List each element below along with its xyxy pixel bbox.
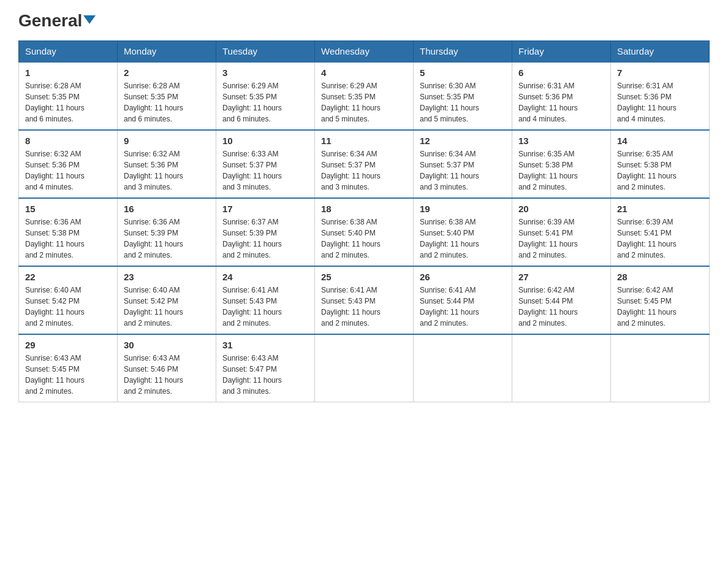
- day-number: 12: [420, 136, 506, 146]
- day-info: Sunrise: 6:32 AMSunset: 5:36 PMDaylight:…: [124, 150, 183, 191]
- calendar-day-cell: 13 Sunrise: 6:35 AMSunset: 5:38 PMDaylig…: [512, 130, 611, 198]
- day-number: 28: [617, 272, 703, 282]
- calendar-day-cell: [414, 334, 512, 402]
- day-info: Sunrise: 6:43 AMSunset: 5:45 PMDaylight:…: [25, 354, 85, 396]
- day-number: 19: [420, 204, 506, 214]
- calendar-day-cell: 16 Sunrise: 6:36 AMSunset: 5:39 PMDaylig…: [118, 198, 216, 266]
- day-number: 15: [25, 204, 111, 214]
- calendar-week-row: 1 Sunrise: 6:28 AMSunset: 5:35 PMDayligh…: [19, 62, 710, 130]
- calendar-day-cell: [611, 334, 710, 402]
- day-number: 4: [321, 67, 407, 78]
- day-info: Sunrise: 6:37 AMSunset: 5:39 PMDaylight:…: [222, 218, 282, 259]
- day-info: Sunrise: 6:40 AMSunset: 5:42 PMDaylight:…: [124, 286, 183, 327]
- day-info: Sunrise: 6:35 AMSunset: 5:38 PMDaylight:…: [617, 150, 677, 191]
- calendar-day-cell: 21 Sunrise: 6:39 AMSunset: 5:41 PMDaylig…: [611, 198, 710, 266]
- day-number: 24: [222, 272, 308, 282]
- calendar-day-cell: 8 Sunrise: 6:32 AMSunset: 5:36 PMDayligh…: [19, 130, 118, 198]
- calendar-day-cell: 10 Sunrise: 6:33 AMSunset: 5:37 PMDaylig…: [216, 130, 315, 198]
- day-number: 26: [420, 272, 506, 282]
- day-number: 16: [124, 204, 210, 214]
- day-info: Sunrise: 6:34 AMSunset: 5:37 PMDaylight:…: [321, 150, 381, 191]
- day-info: Sunrise: 6:43 AMSunset: 5:46 PMDaylight:…: [124, 354, 183, 396]
- day-info: Sunrise: 6:36 AMSunset: 5:38 PMDaylight:…: [25, 218, 85, 259]
- day-number: 18: [321, 204, 407, 214]
- day-number: 2: [124, 67, 210, 78]
- day-info: Sunrise: 6:30 AMSunset: 5:35 PMDaylight:…: [420, 82, 479, 123]
- day-number: 29: [25, 340, 111, 350]
- day-info: Sunrise: 6:35 AMSunset: 5:38 PMDaylight:…: [518, 150, 578, 191]
- calendar-day-cell: [512, 334, 611, 402]
- day-number: 1: [25, 67, 111, 78]
- day-info: Sunrise: 6:42 AMSunset: 5:45 PMDaylight:…: [617, 286, 677, 327]
- calendar-day-cell: 24 Sunrise: 6:41 AMSunset: 5:43 PMDaylig…: [216, 266, 315, 334]
- calendar-day-cell: 27 Sunrise: 6:42 AMSunset: 5:44 PMDaylig…: [512, 266, 611, 334]
- day-number: 22: [25, 272, 111, 282]
- calendar-day-cell: 31 Sunrise: 6:43 AMSunset: 5:47 PMDaylig…: [216, 334, 315, 402]
- day-of-week-header: Tuesday: [216, 41, 315, 63]
- calendar-day-cell: 7 Sunrise: 6:31 AMSunset: 5:36 PMDayligh…: [611, 62, 710, 130]
- day-info: Sunrise: 6:32 AMSunset: 5:36 PMDaylight:…: [25, 150, 85, 191]
- calendar-day-cell: 26 Sunrise: 6:41 AMSunset: 5:44 PMDaylig…: [414, 266, 512, 334]
- day-number: 6: [518, 67, 604, 78]
- day-of-week-header: Wednesday: [315, 41, 414, 63]
- day-number: 13: [518, 136, 604, 146]
- page-header: General: [18, 12, 710, 31]
- day-info: Sunrise: 6:28 AMSunset: 5:35 PMDaylight:…: [25, 82, 85, 123]
- day-info: Sunrise: 6:39 AMSunset: 5:41 PMDaylight:…: [518, 218, 578, 259]
- calendar-week-row: 15 Sunrise: 6:36 AMSunset: 5:38 PMDaylig…: [19, 198, 710, 266]
- day-of-week-header: Friday: [512, 41, 611, 63]
- calendar-day-cell: 29 Sunrise: 6:43 AMSunset: 5:45 PMDaylig…: [19, 334, 118, 402]
- calendar-day-cell: 2 Sunrise: 6:28 AMSunset: 5:35 PMDayligh…: [118, 62, 216, 130]
- calendar-header-row: SundayMondayTuesdayWednesdayThursdayFrid…: [19, 41, 710, 63]
- day-number: 10: [222, 136, 308, 146]
- day-number: 8: [25, 136, 111, 146]
- calendar-day-cell: 18 Sunrise: 6:38 AMSunset: 5:40 PMDaylig…: [315, 198, 414, 266]
- calendar-day-cell: 14 Sunrise: 6:35 AMSunset: 5:38 PMDaylig…: [611, 130, 710, 198]
- day-number: 5: [420, 67, 506, 78]
- calendar-day-cell: 28 Sunrise: 6:42 AMSunset: 5:45 PMDaylig…: [611, 266, 710, 334]
- day-info: Sunrise: 6:31 AMSunset: 5:36 PMDaylight:…: [518, 82, 578, 123]
- day-number: 20: [518, 204, 604, 214]
- day-info: Sunrise: 6:34 AMSunset: 5:37 PMDaylight:…: [420, 150, 479, 191]
- day-number: 23: [124, 272, 210, 282]
- day-number: 11: [321, 136, 407, 146]
- calendar-day-cell: 30 Sunrise: 6:43 AMSunset: 5:46 PMDaylig…: [118, 334, 216, 402]
- calendar-day-cell: 11 Sunrise: 6:34 AMSunset: 5:37 PMDaylig…: [315, 130, 414, 198]
- calendar-day-cell: 4 Sunrise: 6:29 AMSunset: 5:35 PMDayligh…: [315, 62, 414, 130]
- day-number: 3: [222, 67, 308, 78]
- day-info: Sunrise: 6:41 AMSunset: 5:43 PMDaylight:…: [321, 286, 381, 327]
- day-info: Sunrise: 6:39 AMSunset: 5:41 PMDaylight:…: [617, 218, 677, 259]
- calendar-day-cell: 5 Sunrise: 6:30 AMSunset: 5:35 PMDayligh…: [414, 62, 512, 130]
- calendar-day-cell: 23 Sunrise: 6:40 AMSunset: 5:42 PMDaylig…: [118, 266, 216, 334]
- calendar-week-row: 8 Sunrise: 6:32 AMSunset: 5:36 PMDayligh…: [19, 130, 710, 198]
- day-info: Sunrise: 6:40 AMSunset: 5:42 PMDaylight:…: [25, 286, 85, 327]
- day-number: 9: [124, 136, 210, 146]
- calendar-day-cell: 12 Sunrise: 6:34 AMSunset: 5:37 PMDaylig…: [414, 130, 512, 198]
- day-info: Sunrise: 6:31 AMSunset: 5:36 PMDaylight:…: [617, 82, 677, 123]
- calendar-day-cell: 6 Sunrise: 6:31 AMSunset: 5:36 PMDayligh…: [512, 62, 611, 130]
- day-info: Sunrise: 6:28 AMSunset: 5:35 PMDaylight:…: [124, 82, 183, 123]
- day-info: Sunrise: 6:29 AMSunset: 5:35 PMDaylight:…: [321, 82, 381, 123]
- day-info: Sunrise: 6:38 AMSunset: 5:40 PMDaylight:…: [420, 218, 479, 259]
- calendar-table: SundayMondayTuesdayWednesdayThursdayFrid…: [18, 40, 710, 402]
- day-info: Sunrise: 6:41 AMSunset: 5:43 PMDaylight:…: [222, 286, 282, 327]
- calendar-day-cell: [315, 334, 414, 402]
- calendar-day-cell: 20 Sunrise: 6:39 AMSunset: 5:41 PMDaylig…: [512, 198, 611, 266]
- day-info: Sunrise: 6:36 AMSunset: 5:39 PMDaylight:…: [124, 218, 183, 259]
- calendar-week-row: 22 Sunrise: 6:40 AMSunset: 5:42 PMDaylig…: [19, 266, 710, 334]
- day-number: 17: [222, 204, 308, 214]
- day-info: Sunrise: 6:41 AMSunset: 5:44 PMDaylight:…: [420, 286, 479, 327]
- logo-triangle-icon: [83, 15, 96, 24]
- day-number: 30: [124, 340, 210, 350]
- day-number: 21: [617, 204, 703, 214]
- day-number: 31: [222, 340, 308, 350]
- logo: General: [18, 12, 96, 31]
- day-info: Sunrise: 6:38 AMSunset: 5:40 PMDaylight:…: [321, 218, 381, 259]
- day-of-week-header: Saturday: [611, 41, 710, 63]
- day-number: 7: [617, 67, 703, 78]
- logo-text: General: [18, 12, 96, 29]
- calendar-day-cell: 3 Sunrise: 6:29 AMSunset: 5:35 PMDayligh…: [216, 62, 315, 130]
- calendar-day-cell: 9 Sunrise: 6:32 AMSunset: 5:36 PMDayligh…: [118, 130, 216, 198]
- day-info: Sunrise: 6:42 AMSunset: 5:44 PMDaylight:…: [518, 286, 578, 327]
- calendar-day-cell: 19 Sunrise: 6:38 AMSunset: 5:40 PMDaylig…: [414, 198, 512, 266]
